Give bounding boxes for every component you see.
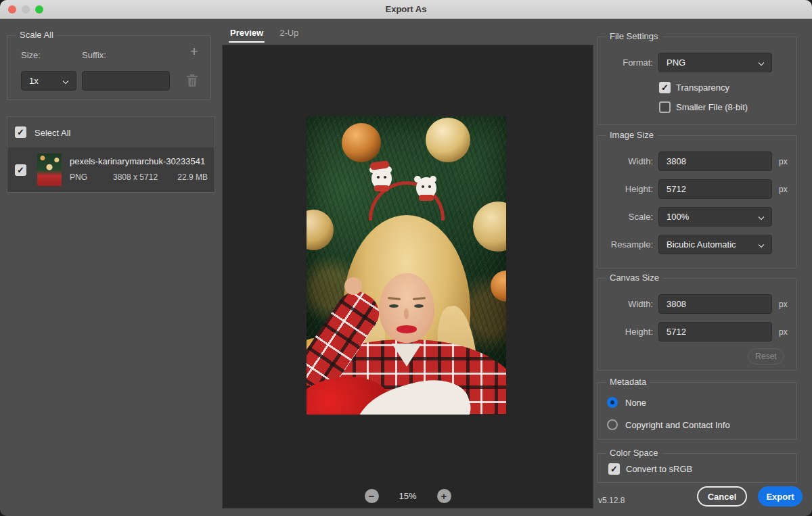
- preview-canvas: − 15% +: [222, 45, 593, 509]
- format-dropdown[interactable]: PNG: [658, 53, 772, 72]
- canvas-height-unit: px: [779, 327, 788, 337]
- lips: [397, 325, 417, 333]
- headband-bear: [416, 177, 436, 199]
- file-list-item[interactable]: ✓ pexels-karinarymarchuk-30233541 PNG 38…: [7, 147, 215, 192]
- scale-value: 100%: [667, 212, 689, 222]
- suffix-label: Suffix:: [82, 50, 106, 60]
- scale-all-group: Scale All Size: Suffix: 1x +: [7, 35, 211, 100]
- canvas-width-input[interactable]: 3808: [658, 294, 772, 314]
- add-scale-button[interactable]: +: [190, 44, 198, 58]
- version-text: v5.12.8: [598, 496, 625, 505]
- hand: [344, 277, 362, 295]
- canvas-height-label: Height:: [597, 327, 653, 337]
- export-file-list: ✓ Select All ✓ pexels-karinarymarchuk-30…: [7, 116, 215, 193]
- format-label: Format:: [597, 57, 653, 68]
- image-size-legend: Image Size: [606, 130, 658, 140]
- file-format: PNG: [70, 172, 113, 182]
- delete-scale-icon[interactable]: [186, 74, 198, 87]
- width-unit: px: [779, 157, 788, 166]
- metadata-group: Metadata None Copyright and Contact Info: [597, 382, 797, 440]
- width-input[interactable]: 3808: [658, 151, 772, 171]
- file-settings-legend: File Settings: [606, 31, 662, 41]
- file-name: pexels-karinarymarchuk-30233541: [70, 156, 205, 166]
- canvas-height-value: 5712: [667, 327, 686, 337]
- ornament-copper: [342, 123, 381, 162]
- zoom-window-button[interactable]: [35, 5, 43, 14]
- resample-value: Bicubic Automatic: [667, 239, 736, 250]
- canvas-size-legend: Canvas Size: [606, 273, 663, 283]
- headband-bear: [371, 168, 392, 189]
- height-label: Height:: [597, 184, 653, 194]
- smaller-file-label: Smaller File (8-bit): [676, 102, 748, 112]
- chevron-down-icon: [758, 60, 765, 66]
- chevron-down-icon: [758, 214, 765, 220]
- height-value: 5712: [667, 184, 686, 194]
- color-space-legend: Color Space: [606, 448, 662, 458]
- smaller-file-checkbox[interactable]: [659, 101, 671, 113]
- reset-button[interactable]: Reset: [748, 348, 784, 365]
- select-all-row[interactable]: ✓ Select All: [7, 117, 215, 147]
- window-controls: [8, 5, 43, 14]
- canvas-width-value: 3808: [667, 299, 686, 309]
- zoom-level: 15%: [397, 491, 420, 501]
- image-size-group: Image Size Width: 3808 px Height: 5712 p…: [597, 135, 797, 268]
- close-window-button[interactable]: [8, 5, 16, 14]
- face: [379, 273, 434, 343]
- preview-photo: [307, 116, 506, 415]
- height-input[interactable]: 5712: [658, 179, 772, 199]
- size-dropdown[interactable]: 1x: [21, 71, 76, 91]
- metadata-none-radio[interactable]: [607, 397, 618, 408]
- height-unit: px: [779, 185, 788, 194]
- file-settings-group: File Settings Format: PNG ✓ Transparency…: [597, 37, 797, 125]
- canvas-width-unit: px: [779, 300, 788, 309]
- format-value: PNG: [667, 57, 685, 68]
- size-label: Size:: [21, 50, 41, 60]
- file-item-checkbox[interactable]: ✓: [15, 164, 26, 176]
- export-as-dialog: Export As Scale All Size: Suffix: 1x + ✓…: [0, 0, 812, 516]
- metadata-copyright-label: Copyright and Contact Info: [625, 420, 730, 430]
- transparency-checkbox[interactable]: ✓: [659, 82, 671, 93]
- ornament-gold: [426, 118, 470, 162]
- scale-dropdown[interactable]: 100%: [658, 207, 772, 227]
- chevron-down-icon: [758, 241, 765, 248]
- zoom-in-button[interactable]: +: [437, 489, 451, 503]
- metadata-none-label: None: [625, 398, 646, 408]
- canvas-width-label: Width:: [597, 299, 653, 309]
- tab-preview[interactable]: Preview: [222, 20, 271, 45]
- transparency-label: Transparency: [676, 83, 729, 93]
- preview-tab-bar: Preview 2-Up: [222, 20, 593, 45]
- zoom-out-button[interactable]: −: [365, 489, 379, 503]
- cancel-button[interactable]: Cancel: [697, 486, 747, 507]
- canvas-size-group: Canvas Size Width: 3808 px Height: 5712 …: [597, 278, 797, 371]
- file-size: 22.9 MB: [177, 172, 208, 182]
- minimize-window-button[interactable]: [22, 5, 30, 14]
- resample-label: Resample:: [597, 239, 653, 250]
- file-thumbnail: [37, 154, 62, 186]
- select-all-label: Select All: [35, 128, 70, 138]
- chevron-down-icon: [62, 78, 69, 85]
- title-bar: Export As: [0, 0, 812, 19]
- zoom-controls: − 15% +: [223, 489, 593, 503]
- scale-label: Scale:: [597, 212, 653, 222]
- scale-all-legend: Scale All: [16, 30, 58, 40]
- metadata-legend: Metadata: [606, 377, 650, 387]
- color-space-group: Color Space ✓ Convert to sRGB: [597, 453, 797, 483]
- convert-srgb-label: Convert to sRGB: [626, 464, 692, 474]
- width-value: 3808: [667, 156, 686, 166]
- dialog-title: Export As: [386, 4, 427, 14]
- resample-dropdown[interactable]: Bicubic Automatic: [658, 235, 772, 254]
- convert-srgb-checkbox[interactable]: ✓: [608, 463, 620, 475]
- canvas-height-input[interactable]: 5712: [658, 322, 772, 342]
- size-value: 1x: [29, 76, 39, 86]
- width-label: Width:: [597, 156, 653, 166]
- file-dimensions: 3808 x 5712: [113, 172, 177, 182]
- select-all-checkbox[interactable]: ✓: [15, 126, 26, 138]
- tab-2up[interactable]: 2-Up: [271, 20, 307, 45]
- export-button[interactable]: Export: [758, 486, 803, 507]
- suffix-input[interactable]: [82, 71, 170, 91]
- file-meta: PNG 3808 x 5712 22.9 MB: [70, 172, 208, 182]
- metadata-copyright-radio[interactable]: [607, 419, 618, 430]
